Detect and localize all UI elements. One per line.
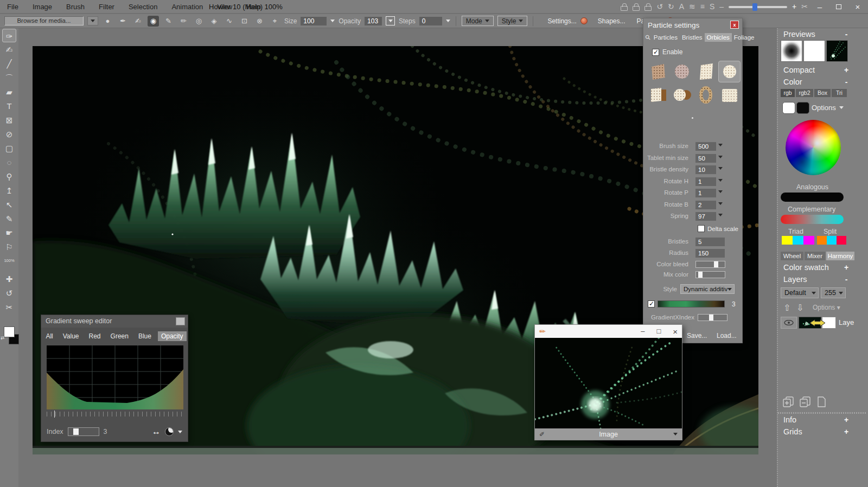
filled-rect-tool[interactable]: ⊠	[2, 113, 16, 127]
menu-image[interactable]: Image	[25, 3, 59, 11]
tab-harmony[interactable]: Harmony	[826, 252, 854, 260]
color-bleed-thumb[interactable]	[714, 261, 718, 267]
shapes-button[interactable]: Shapes...	[598, 17, 626, 25]
gradient-ruler-indicator[interactable]	[54, 411, 55, 418]
window-minimize-button[interactable]: –	[813, 2, 827, 11]
color-swatch-section-header[interactable]: Color swatch	[783, 263, 829, 272]
zoom-slider-thumb[interactable]	[752, 3, 757, 11]
zoom-slider[interactable]	[729, 6, 787, 8]
stamp-icon[interactable]: ⊡	[239, 17, 250, 25]
knife-tool-icon[interactable]: ✂	[801, 0, 808, 14]
index-slider-thumb[interactable]	[73, 428, 79, 435]
image-window-maximize-button[interactable]: □	[656, 327, 661, 336]
layer-opacity-select[interactable]: 255	[821, 287, 846, 298]
radius-input[interactable]: 150	[695, 249, 725, 258]
split-swatch-3[interactable]	[837, 236, 846, 245]
split-swatch-1[interactable]	[817, 236, 827, 245]
color-bleed-slider[interactable]	[695, 261, 725, 268]
tab-bristles[interactable]: Bristles	[680, 33, 705, 42]
gradient-ruler[interactable]	[47, 412, 183, 416]
rect-select-tool[interactable]: ▢	[2, 142, 16, 155]
tab-mixer[interactable]: Mixer	[805, 252, 825, 260]
pen-icon[interactable]: ✎	[163, 17, 174, 25]
particle-settings-close-button[interactable]: x	[730, 21, 739, 29]
tab-particles[interactable]: Particles	[652, 33, 680, 42]
color-options-dropdown[interactable]: Options	[812, 104, 844, 112]
compact-section-header[interactable]: Compact	[783, 66, 815, 74]
complementary-bar[interactable]	[781, 215, 844, 224]
ge-tab-blue[interactable]: Blue	[135, 331, 155, 341]
window-close-button[interactable]: ×	[851, 2, 865, 11]
eye-preview-icon[interactable]: ◉	[148, 16, 159, 27]
zoom-in-icon[interactable]: +	[792, 0, 796, 14]
layer-drag-arrow-icon[interactable]	[809, 319, 826, 329]
orbicle-preset-2[interactable]	[671, 61, 693, 82]
move-tool[interactable]: ✚	[2, 272, 16, 286]
remove-layer-icon[interactable]	[799, 396, 812, 410]
zoom-out-icon[interactable]: –	[719, 0, 724, 14]
smear-tool[interactable]: ✍	[2, 43, 16, 56]
style-dropdown-icon[interactable]	[727, 288, 732, 291]
rotate-h-input[interactable]: 1	[695, 177, 716, 186]
smudge-icon[interactable]: ✍	[132, 17, 144, 25]
spring-dropdown-icon[interactable]	[718, 214, 723, 216]
particle-brush-preview[interactable]	[535, 338, 682, 428]
undo-icon[interactable]: ↺	[656, 0, 663, 14]
index-slider[interactable]	[68, 427, 99, 436]
delta-scale-checkbox[interactable]	[698, 225, 705, 232]
brush-size-input[interactable]: 500	[695, 142, 716, 151]
size-dropdown-icon[interactable]	[330, 20, 335, 22]
ge-tab-value[interactable]: Value	[60, 331, 82, 341]
ellipse-select-tool[interactable]: ◌	[2, 156, 16, 169]
balloon-tool[interactable]: ⚐	[2, 240, 16, 254]
settings-button[interactable]: Settings...	[547, 17, 576, 25]
triad-swatch-3[interactable]	[803, 236, 814, 245]
gradientxindex-thumb[interactable]	[709, 315, 713, 321]
opacity-dropdown[interactable]	[386, 16, 395, 25]
color-swatch-expand-icon[interactable]: +	[843, 263, 850, 272]
brush-tool[interactable]: ✑	[2, 29, 16, 42]
ge-tab-red[interactable]: Red	[86, 331, 104, 341]
ge-tab-green[interactable]: Green	[107, 331, 132, 341]
steps-dropdown-icon[interactable]	[446, 20, 450, 22]
color-wheel[interactable]	[786, 120, 841, 175]
lines-icon[interactable]: ≡	[700, 0, 705, 14]
pen-tip-icon[interactable]: ✒	[117, 17, 129, 25]
previews-collapse-icon[interactable]: -	[843, 30, 850, 39]
split-swatch-2[interactable]	[827, 236, 837, 245]
gradient-options-dropdown-icon[interactable]	[178, 431, 182, 433]
rotate-b-dropdown-icon[interactable]	[718, 202, 723, 205]
primary-color-swatch[interactable]	[782, 102, 795, 114]
dot-brush-icon[interactable]: ●	[102, 17, 113, 25]
style-select[interactable]: Dynamic additiv	[680, 284, 735, 294]
tablet-min-size-dropdown-icon[interactable]	[718, 156, 723, 158]
tab-foliage[interactable]: Foliage	[732, 33, 757, 42]
window-restore-button[interactable]	[836, 4, 841, 9]
grids-section-header[interactable]: Grids	[783, 427, 802, 436]
ge-tab-all[interactable]: All	[42, 331, 56, 341]
grids-expand-icon[interactable]: +	[843, 427, 850, 436]
gradient-preview-bar[interactable]	[658, 300, 725, 307]
mix-color-slider[interactable]	[695, 271, 725, 278]
triad-swatch-2[interactable]	[793, 236, 803, 245]
color-tab-rgb[interactable]: rgb	[781, 89, 795, 97]
secondary-color-swatch[interactable]	[796, 102, 809, 114]
info-section-header[interactable]: Info	[783, 415, 796, 424]
add-layer-icon[interactable]	[782, 396, 795, 410]
rotate-p-input[interactable]: 1	[695, 189, 716, 197]
menu-brush[interactable]: Brush	[59, 3, 92, 11]
erase-icon[interactable]: ⊗	[254, 17, 265, 25]
bristle-density-input[interactable]: 10	[695, 165, 716, 174]
color-section-header[interactable]: Color	[783, 78, 802, 86]
layer-down-icon[interactable]: ⇩	[796, 303, 803, 313]
wave-brush-icon[interactable]: ∿	[224, 17, 235, 25]
smooth-icon[interactable]: S	[710, 0, 714, 14]
expand-arrows-icon[interactable]: ↔	[152, 427, 161, 437]
brush-size-dropdown-icon[interactable]	[718, 144, 723, 146]
rotate-p-dropdown-icon[interactable]	[718, 190, 723, 193]
spring-input[interactable]: 97	[695, 212, 716, 221]
browse-media-button[interactable]: Browse for media...	[4, 16, 84, 25]
orbicle-preset-3[interactable]	[694, 61, 717, 82]
steps-input[interactable]: 0	[419, 17, 442, 25]
sphere-preview-icon[interactable]	[165, 427, 174, 436]
